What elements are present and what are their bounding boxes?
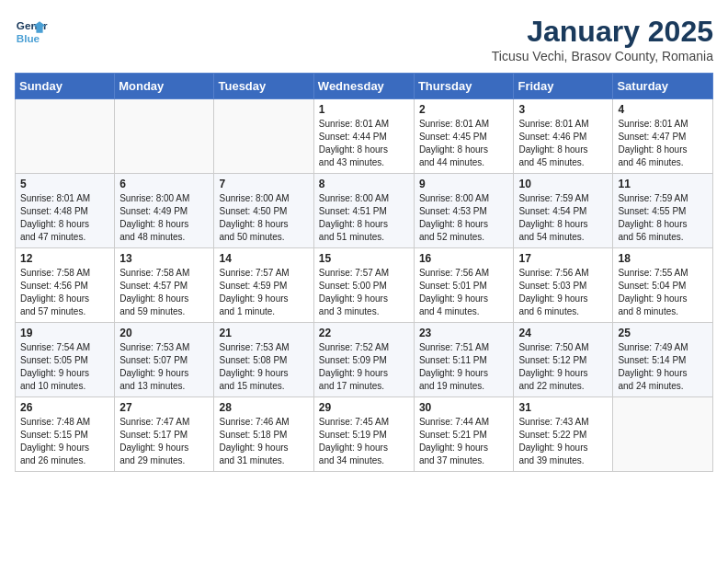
day-info: Sunrise: 8:01 AM Sunset: 4:45 PM Dayligh… [419,118,509,169]
day-number: 6 [119,178,209,190]
day-number: 13 [119,252,209,265]
day-number: 21 [219,327,308,339]
calendar-cell: 11Sunrise: 7:59 AM Sunset: 4:55 PM Dayli… [613,174,713,248]
location-subtitle: Ticusu Vechi, Brasov County, Romania [492,49,713,63]
day-info: Sunrise: 7:56 AM Sunset: 5:01 PM Dayligh… [419,267,509,318]
day-number: 15 [319,252,409,265]
logo: General Blue [15,15,51,48]
calendar-cell: 26Sunrise: 7:48 AM Sunset: 5:15 PM Dayli… [16,397,115,472]
day-info: Sunrise: 8:00 AM Sunset: 4:50 PM Dayligh… [219,192,308,244]
day-info: Sunrise: 8:00 AM Sunset: 4:49 PM Dayligh… [119,192,209,244]
day-number: 30 [419,401,509,414]
day-number: 27 [119,401,209,414]
calendar-cell: 12Sunrise: 7:58 AM Sunset: 4:56 PM Dayli… [16,248,115,323]
day-number: 11 [618,178,708,190]
calendar-cell: 23Sunrise: 7:51 AM Sunset: 5:11 PM Dayli… [414,323,514,397]
day-info: Sunrise: 7:59 AM Sunset: 4:55 PM Dayligh… [618,192,708,244]
day-info: Sunrise: 7:43 AM Sunset: 5:22 PM Dayligh… [518,416,608,467]
weekday-header-thursday: Thursday [414,74,514,99]
day-info: Sunrise: 8:01 AM Sunset: 4:47 PM Dayligh… [618,118,708,169]
calendar-cell: 28Sunrise: 7:46 AM Sunset: 5:18 PM Dayli… [214,397,313,472]
day-number: 22 [319,327,409,339]
day-info: Sunrise: 7:55 AM Sunset: 5:04 PM Dayligh… [618,267,708,318]
day-number: 24 [518,327,608,339]
month-title: January 2025 [492,15,713,49]
title-block: January 2025 Ticusu Vechi, Brasov County… [492,15,713,63]
weekday-header-wednesday: Wednesday [313,74,414,99]
day-info: Sunrise: 7:54 AM Sunset: 5:05 PM Dayligh… [20,341,109,393]
day-info: Sunrise: 7:49 AM Sunset: 5:14 PM Dayligh… [618,341,708,393]
day-number: 29 [319,401,409,414]
weekday-header-sunday: Sunday [16,74,115,99]
calendar-cell: 15Sunrise: 7:57 AM Sunset: 5:00 PM Dayli… [313,248,414,323]
day-info: Sunrise: 7:59 AM Sunset: 4:54 PM Dayligh… [518,192,608,244]
day-info: Sunrise: 7:45 AM Sunset: 5:19 PM Dayligh… [319,416,409,467]
day-number: 3 [518,103,608,116]
day-number: 23 [419,327,509,339]
calendar-cell: 31Sunrise: 7:43 AM Sunset: 5:22 PM Dayli… [514,397,613,472]
calendar-cell: 14Sunrise: 7:57 AM Sunset: 4:59 PM Dayli… [214,248,313,323]
day-number: 28 [219,401,308,414]
calendar-cell: 25Sunrise: 7:49 AM Sunset: 5:14 PM Dayli… [613,323,713,397]
logo-icon: General Blue [15,15,48,48]
day-info: Sunrise: 7:46 AM Sunset: 5:18 PM Dayligh… [219,416,308,467]
day-number: 7 [219,178,308,190]
day-info: Sunrise: 7:53 AM Sunset: 5:08 PM Dayligh… [219,341,308,393]
day-info: Sunrise: 7:58 AM Sunset: 4:56 PM Dayligh… [20,267,109,318]
calendar-cell [613,397,713,472]
calendar-cell: 27Sunrise: 7:47 AM Sunset: 5:17 PM Dayli… [115,397,214,472]
day-number: 12 [20,252,109,265]
day-number: 20 [119,327,209,339]
weekday-header-tuesday: Tuesday [214,74,313,99]
calendar-cell: 17Sunrise: 7:56 AM Sunset: 5:03 PM Dayli… [514,248,613,323]
day-number: 16 [419,252,509,265]
calendar-week-1: 1Sunrise: 8:01 AM Sunset: 4:44 PM Daylig… [16,99,713,174]
weekday-header-friday: Friday [514,74,613,99]
day-number: 31 [518,401,608,414]
day-info: Sunrise: 7:52 AM Sunset: 5:09 PM Dayligh… [319,341,409,393]
day-number: 8 [319,178,409,190]
calendar-cell: 8Sunrise: 8:00 AM Sunset: 4:51 PM Daylig… [313,174,414,248]
calendar-week-4: 19Sunrise: 7:54 AM Sunset: 5:05 PM Dayli… [16,323,713,397]
day-number: 19 [20,327,109,339]
day-info: Sunrise: 7:48 AM Sunset: 5:15 PM Dayligh… [20,416,109,467]
day-info: Sunrise: 7:53 AM Sunset: 5:07 PM Dayligh… [119,341,209,393]
svg-text:Blue: Blue [17,32,40,44]
day-info: Sunrise: 8:01 AM Sunset: 4:48 PM Dayligh… [20,192,109,244]
calendar-cell: 2Sunrise: 8:01 AM Sunset: 4:45 PM Daylig… [414,99,514,174]
calendar-cell: 13Sunrise: 7:58 AM Sunset: 4:57 PM Dayli… [115,248,214,323]
calendar-cell: 29Sunrise: 7:45 AM Sunset: 5:19 PM Dayli… [313,397,414,472]
calendar-cell [214,99,313,174]
day-number: 18 [618,252,708,265]
page-header: General Blue January 2025 Ticusu Vechi, … [15,15,713,63]
day-info: Sunrise: 7:56 AM Sunset: 5:03 PM Dayligh… [518,267,608,318]
day-info: Sunrise: 7:47 AM Sunset: 5:17 PM Dayligh… [119,416,209,467]
day-info: Sunrise: 8:00 AM Sunset: 4:51 PM Dayligh… [319,192,409,244]
calendar-cell [115,99,214,174]
weekday-header-monday: Monday [115,74,214,99]
calendar-cell [16,99,115,174]
day-number: 4 [618,103,708,116]
day-number: 25 [618,327,708,339]
day-info: Sunrise: 7:51 AM Sunset: 5:11 PM Dayligh… [419,341,509,393]
day-number: 14 [219,252,308,265]
calendar-cell: 7Sunrise: 8:00 AM Sunset: 4:50 PM Daylig… [214,174,313,248]
day-info: Sunrise: 7:58 AM Sunset: 4:57 PM Dayligh… [119,267,209,318]
calendar-week-2: 5Sunrise: 8:01 AM Sunset: 4:48 PM Daylig… [16,174,713,248]
day-info: Sunrise: 7:50 AM Sunset: 5:12 PM Dayligh… [518,341,608,393]
calendar-cell: 5Sunrise: 8:01 AM Sunset: 4:48 PM Daylig… [16,174,115,248]
calendar-cell: 21Sunrise: 7:53 AM Sunset: 5:08 PM Dayli… [214,323,313,397]
day-number: 10 [518,178,608,190]
calendar-cell: 10Sunrise: 7:59 AM Sunset: 4:54 PM Dayli… [514,174,613,248]
calendar-cell: 24Sunrise: 7:50 AM Sunset: 5:12 PM Dayli… [514,323,613,397]
calendar-cell: 9Sunrise: 8:00 AM Sunset: 4:53 PM Daylig… [414,174,514,248]
calendar-cell: 3Sunrise: 8:01 AM Sunset: 4:46 PM Daylig… [514,99,613,174]
day-info: Sunrise: 7:44 AM Sunset: 5:21 PM Dayligh… [419,416,509,467]
day-info: Sunrise: 8:01 AM Sunset: 4:46 PM Dayligh… [518,118,608,169]
day-info: Sunrise: 8:00 AM Sunset: 4:53 PM Dayligh… [419,192,509,244]
day-number: 1 [319,103,409,116]
calendar-cell: 6Sunrise: 8:00 AM Sunset: 4:49 PM Daylig… [115,174,214,248]
calendar-cell: 22Sunrise: 7:52 AM Sunset: 5:09 PM Dayli… [313,323,414,397]
day-number: 5 [20,178,109,190]
calendar-cell: 1Sunrise: 8:01 AM Sunset: 4:44 PM Daylig… [313,99,414,174]
